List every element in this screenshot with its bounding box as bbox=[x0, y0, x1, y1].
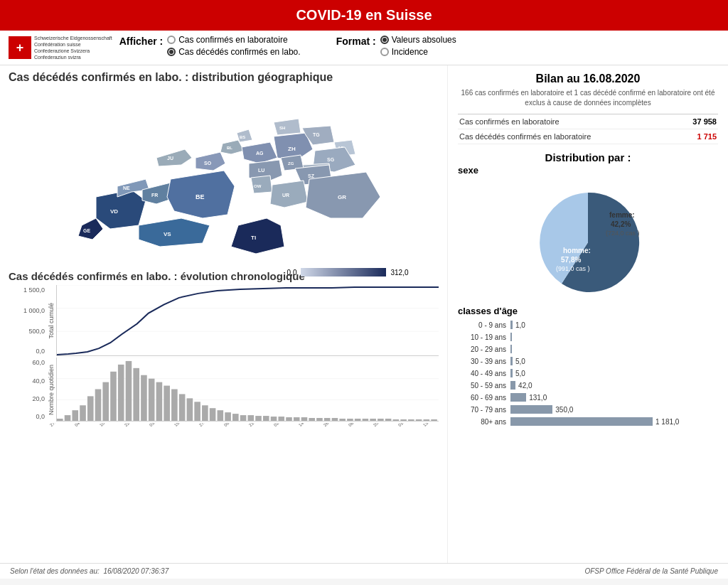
format-options: Valeurs absolues Incidence bbox=[380, 35, 456, 57]
svg-marker-26 bbox=[274, 119, 301, 135]
top-controls: + Schweizerische Eidgenossenschaft Confé… bbox=[0, 31, 728, 65]
age-bar bbox=[510, 321, 513, 329]
age-bar-container: 5,0 bbox=[510, 356, 718, 366]
svg-rect-78 bbox=[240, 415, 247, 421]
svg-rect-55 bbox=[65, 415, 71, 421]
age-value: 5,0 bbox=[515, 358, 525, 365]
age-bar bbox=[510, 393, 526, 402]
daily-chart: 60,0 40,0 20,0 0,0 Nombre quotidien bbox=[9, 358, 439, 422]
svg-text:ZH: ZH bbox=[288, 146, 296, 152]
map-legend: 0,0 312,0 bbox=[39, 268, 409, 277]
age-bar-container: 350,0 bbox=[510, 404, 718, 414]
svg-text:VS: VS bbox=[164, 231, 171, 237]
format-option-1[interactable]: Valeurs absolues bbox=[380, 35, 456, 45]
age-rows: 0 - 9 ans 1,0 10 - 19 ans 20 - 29 ans 30… bbox=[458, 320, 718, 426]
svg-rect-86 bbox=[301, 417, 308, 421]
svg-text:57,8%: 57,8% bbox=[561, 256, 581, 264]
svg-rect-63 bbox=[126, 361, 132, 421]
age-bar bbox=[510, 417, 653, 426]
svg-rect-79 bbox=[248, 415, 255, 421]
afficher-option-1[interactable]: Cas confirmés en laboratoire bbox=[167, 35, 300, 45]
svg-rect-90 bbox=[332, 418, 338, 421]
svg-text:JU: JU bbox=[167, 156, 173, 161]
svg-text:AG: AG bbox=[256, 151, 264, 156]
svg-rect-99 bbox=[400, 419, 407, 421]
y2-label: Nombre quotidien bbox=[48, 365, 55, 415]
radio-fmt1[interactable] bbox=[380, 36, 389, 44]
afficher-section: Afficher : Cas confirmés en laboratoire … bbox=[119, 35, 301, 57]
svg-rect-56 bbox=[72, 411, 78, 422]
stats-value-2: 1 715 bbox=[697, 132, 717, 141]
age-bar bbox=[510, 405, 552, 414]
age-row: 0 - 9 ans 1,0 bbox=[458, 320, 718, 330]
svg-rect-88 bbox=[316, 418, 323, 421]
age-row: 30 - 39 ans 5,0 bbox=[458, 356, 718, 366]
format-label: Format : bbox=[336, 35, 376, 47]
svg-rect-80 bbox=[255, 416, 262, 421]
svg-rect-84 bbox=[286, 417, 292, 421]
format-section: Format : Valeurs absolues Incidence bbox=[336, 35, 456, 57]
svg-rect-57 bbox=[80, 406, 86, 422]
svg-text:NE: NE bbox=[123, 186, 130, 190]
y2-label-container: Nombre quotidien bbox=[48, 358, 55, 422]
svg-rect-60 bbox=[102, 382, 109, 421]
age-row: 70 - 79 ans 350,0 bbox=[458, 404, 718, 414]
legend-max: 312,0 bbox=[390, 269, 408, 277]
age-value: 131,0 bbox=[529, 394, 547, 402]
svg-rect-92 bbox=[347, 419, 353, 421]
svg-text:SG: SG bbox=[327, 157, 335, 162]
afficher-label-1: Cas confirmés en laboratoire bbox=[178, 35, 287, 45]
svg-rect-81 bbox=[263, 416, 269, 421]
format-option-2[interactable]: Incidence bbox=[380, 47, 456, 57]
age-row: 20 - 29 ans bbox=[458, 344, 718, 354]
afficher-label: Afficher : bbox=[119, 35, 163, 47]
svg-text:SZ: SZ bbox=[308, 173, 315, 178]
svg-text:BL: BL bbox=[227, 146, 232, 150]
bilan-subtitle: 166 cas confirmés en laboratoire et 1 ca… bbox=[458, 88, 718, 108]
header: COVID-19 en Suisse bbox=[0, 0, 728, 31]
svg-rect-64 bbox=[133, 368, 139, 421]
y2-axis: 60,0 40,0 20,0 0,0 bbox=[9, 358, 48, 422]
svg-text:SO: SO bbox=[204, 161, 212, 166]
svg-text:TG: TG bbox=[313, 132, 320, 137]
cumulative-chart: 1 500,0 1 000,0 500,0 0,0 Total cumulé bbox=[9, 285, 439, 356]
stats-row-2: Cas décédés confirmés en laboratoire 1 7… bbox=[458, 129, 718, 144]
svg-text:BS: BS bbox=[240, 135, 245, 139]
stats-value-1: 37 958 bbox=[692, 117, 717, 126]
radio-opt2[interactable] bbox=[167, 48, 176, 56]
svg-text:42,2%: 42,2% bbox=[611, 220, 631, 228]
age-bar-container: 1 181,0 bbox=[510, 417, 718, 426]
age-row: 50 - 59 ans 42,0 bbox=[458, 380, 718, 390]
format-label-2: Incidence bbox=[392, 47, 428, 57]
footer: Selon l'état des données au: 16/08/2020 … bbox=[0, 563, 728, 579]
svg-text:TI: TI bbox=[251, 235, 256, 241]
svg-rect-54 bbox=[57, 419, 63, 421]
svg-rect-83 bbox=[278, 417, 284, 421]
age-label: 0 - 9 ans bbox=[458, 321, 506, 329]
swiss-flag: + bbox=[9, 36, 31, 59]
age-bar bbox=[510, 345, 512, 353]
age-row: 10 - 19 ans bbox=[458, 332, 718, 342]
age-value: 5,0 bbox=[515, 370, 525, 377]
svg-text:BE: BE bbox=[196, 193, 205, 200]
svg-text:GR: GR bbox=[338, 194, 346, 200]
age-label: 50 - 59 ans bbox=[458, 382, 506, 390]
age-label: 40 - 49 ans bbox=[458, 370, 506, 377]
age-bar-container: 5,0 bbox=[510, 368, 718, 378]
distribution-title: Distribution par : bbox=[458, 151, 718, 163]
age-label: 10 - 19 ans bbox=[458, 333, 506, 341]
svg-rect-66 bbox=[149, 379, 155, 421]
footer-right: OFSP Office Fédéral de la Santé Publique bbox=[584, 567, 718, 575]
age-row: 80+ ans 1 181,0 bbox=[458, 417, 718, 426]
right-panel: Bilan au 16.08.2020 166 cas confirmés en… bbox=[448, 65, 728, 563]
svg-rect-82 bbox=[271, 417, 277, 421]
svg-rect-77 bbox=[232, 414, 239, 421]
age-bar-container bbox=[510, 332, 718, 342]
radio-fmt2[interactable] bbox=[380, 48, 389, 56]
radio-opt1[interactable] bbox=[167, 36, 176, 44]
svg-marker-4 bbox=[139, 218, 210, 247]
afficher-option-2[interactable]: Cas décédés confirmés en labo. bbox=[167, 47, 300, 57]
sexe-title: sexe bbox=[458, 165, 718, 176]
format-label-1: Valeurs absolues bbox=[392, 35, 456, 45]
svg-text:ZG: ZG bbox=[288, 161, 294, 166]
